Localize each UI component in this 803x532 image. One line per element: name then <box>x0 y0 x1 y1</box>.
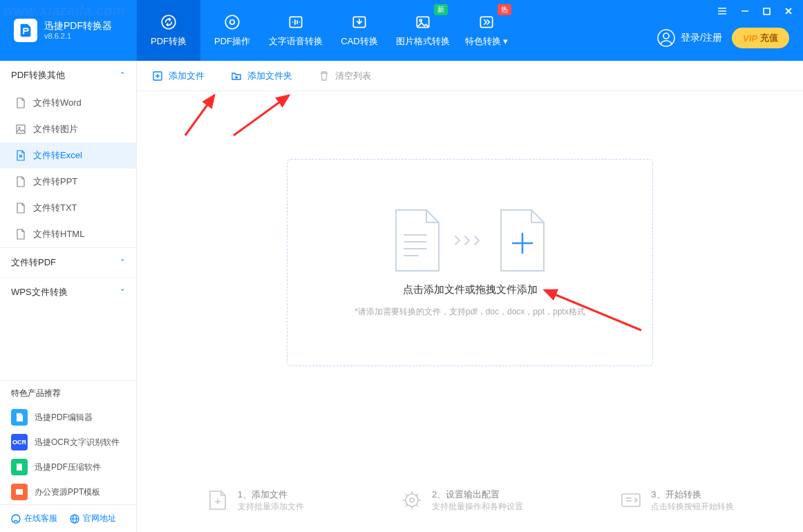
file-icon <box>15 97 26 108</box>
sidebar-item-to-excel[interactable]: 文件转Excel <box>0 142 136 169</box>
site-link[interactable]: 官网地址 <box>70 513 116 524</box>
sidebar-item-to-ppt[interactable]: 文件转PPT <box>0 169 136 195</box>
promo-ocr[interactable]: OCR 迅捷OCR文字识别软件 <box>0 430 136 455</box>
vip-button[interactable]: VIP 充值 <box>732 28 789 48</box>
nav-label: CAD转换 <box>341 35 377 48</box>
globe-icon <box>70 514 79 524</box>
vip-label: 充值 <box>760 32 778 44</box>
nav-cad-convert[interactable]: CAD转换 <box>328 0 391 61</box>
svg-point-6 <box>419 19 422 21</box>
ppt-file-icon <box>15 176 26 187</box>
add-file-label: 添加文件 <box>169 70 205 82</box>
add-file-icon <box>152 70 163 82</box>
clear-list-label: 清空列表 <box>335 70 371 82</box>
step-add-icon <box>206 488 229 512</box>
svg-point-20 <box>410 498 414 502</box>
nav-label: 特色转换 ▾ <box>465 35 509 48</box>
svg-point-15 <box>12 515 20 523</box>
sidebar-group-wps[interactable]: WPS文件转换 ˅ <box>0 278 136 307</box>
sidebar-item-label: 文件转图片 <box>33 123 78 135</box>
nav-image-convert[interactable]: 新 图片格式转换 <box>391 0 455 61</box>
step-settings-icon <box>400 488 424 512</box>
promo-icon <box>11 459 28 475</box>
clear-list-button[interactable]: 清空列表 <box>319 70 371 82</box>
drop-illustration <box>390 207 549 274</box>
drop-area-wrap: 点击添加文件或拖拽文件添加 *请添加需要转换的文件，支持pdf，doc，docx… <box>137 91 803 477</box>
gear-icon <box>223 13 241 31</box>
nav-special-convert[interactable]: 热 特色转换 ▾ <box>455 0 518 61</box>
vip-prefix: VIP <box>743 33 757 44</box>
maximize-icon[interactable] <box>762 7 771 16</box>
nav-pdf-convert[interactable]: PDF转换 <box>137 0 200 61</box>
trash-icon <box>319 70 330 82</box>
header-right: 登录/注册 VIP 充值 <box>657 0 803 61</box>
svg-point-2 <box>230 20 235 25</box>
voice-icon <box>287 13 305 31</box>
promo-label: 迅捷PDF编辑器 <box>35 412 93 424</box>
badge-hot: 热 <box>498 4 511 15</box>
sidebar-item-to-image[interactable]: 文件转图片 <box>0 116 136 142</box>
step-sub: 支持批量添加文件 <box>238 501 304 513</box>
menu-icon[interactable] <box>717 6 728 17</box>
svg-point-0 <box>162 15 176 29</box>
add-document-icon <box>495 207 549 274</box>
sidebar-item-to-html[interactable]: 文件转HTML <box>0 221 136 247</box>
promo-pdf-editor[interactable]: 迅捷PDF编辑器 <box>0 405 136 430</box>
badge-new: 新 <box>434 4 448 15</box>
step-title: 3、开始转换 <box>651 488 734 501</box>
svg-rect-8 <box>764 8 770 15</box>
close-icon[interactable] <box>784 6 793 16</box>
top-nav: PDF转换 PDF操作 文字语音转换 CAD转换 新 图片格式转换 热 特色转换… <box>137 0 518 61</box>
html-file-icon <box>15 229 26 240</box>
add-file-button[interactable]: 添加文件 <box>152 70 205 82</box>
step-3: 3、开始转换点击转换按钮开始转换 <box>619 488 734 513</box>
promo-label: 迅捷PDF压缩软件 <box>35 462 101 473</box>
minimize-icon[interactable] <box>740 6 750 16</box>
user-icon <box>657 29 675 47</box>
app-title: 迅捷PDF转换器 <box>44 20 112 32</box>
main-panel: 添加文件 添加文件夹 清空列表 点击添加文件或拖拽文件添加 *请添加需要转换的文… <box>137 61 803 532</box>
sidebar-group-pdf-to-other[interactable]: PDF转换其他 ˄ <box>0 61 136 90</box>
nav-text-voice[interactable]: 文字语音转换 <box>264 0 328 61</box>
step-sub: 支持批量操作和各种设置 <box>432 501 523 513</box>
app-version: v8.6.2.1 <box>44 32 112 41</box>
special-icon <box>478 13 495 31</box>
sidebar: PDF转换其他 ˄ 文件转Word 文件转图片 文件转Excel 文件转PPT … <box>0 61 137 532</box>
image-file-icon <box>15 124 26 135</box>
support-link[interactable]: 在线客服 <box>11 513 57 524</box>
step-1: 1、添加文件支持批量添加文件 <box>206 488 304 513</box>
promo-ppt-template[interactable]: 办公资源PPT模板 <box>0 479 136 504</box>
toolbar: 添加文件 添加文件夹 清空列表 <box>137 61 803 91</box>
sidebar-item-to-txt[interactable]: 文件转TXT <box>0 195 136 221</box>
nav-label: PDF转换 <box>151 35 187 48</box>
promo-compress[interactable]: 迅捷PDF压缩软件 <box>0 455 136 479</box>
nav-pdf-operate[interactable]: PDF操作 <box>200 0 264 61</box>
chevron-down-icon: ▾ <box>503 36 508 46</box>
sidebar-item-label: 文件转HTML <box>33 228 84 240</box>
drop-hint: *请添加需要转换的文件，支持pdf，doc，docx，ppt，pptx格式 <box>355 306 585 318</box>
sidebar-item-label: 文件转Excel <box>33 149 82 162</box>
promo-label: 办公资源PPT模板 <box>35 486 100 498</box>
nav-label: 文字语音转换 <box>269 35 323 48</box>
txt-file-icon <box>15 202 26 213</box>
steps-footer: 1、添加文件支持批量添加文件 2、设置输出配置支持批量操作和各种设置 3、开始转… <box>137 477 803 532</box>
sidebar-item-label: 文件转TXT <box>33 202 77 214</box>
sidebar-group-to-pdf[interactable]: 文件转PDF ˅ <box>0 248 136 277</box>
nav-label: PDF操作 <box>214 35 250 48</box>
promo-icon: OCR <box>11 434 28 450</box>
add-folder-button[interactable]: 添加文件夹 <box>231 70 292 82</box>
sidebar-item-label: 文件转Word <box>33 97 82 109</box>
image-icon <box>414 13 432 31</box>
sidebar-item-to-word[interactable]: 文件转Word <box>0 90 136 116</box>
promo-label: 迅捷OCR文字识别软件 <box>35 437 120 448</box>
svg-point-12 <box>19 127 20 129</box>
drop-zone[interactable]: 点击添加文件或拖拽文件添加 *请添加需要转换的文件，支持pdf，doc，docx… <box>287 159 653 366</box>
arrows-icon <box>453 234 487 247</box>
login-button[interactable]: 登录/注册 <box>657 29 722 47</box>
step-convert-icon <box>619 488 643 512</box>
sidebar-footer: 在线客服 官网地址 <box>0 504 136 532</box>
add-folder-label: 添加文件夹 <box>247 70 292 82</box>
svg-rect-11 <box>17 125 25 133</box>
document-icon <box>390 207 444 274</box>
chevron-up-icon: ˄ <box>120 70 125 81</box>
